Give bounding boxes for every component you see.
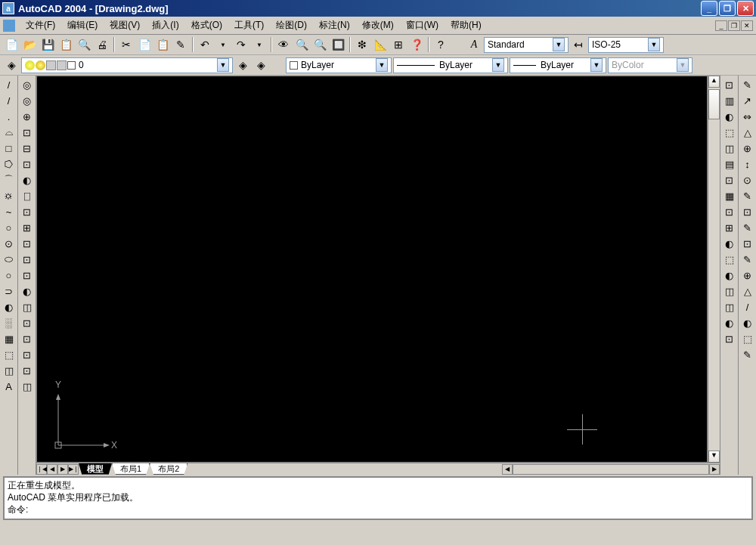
draw2-10-icon[interactable]: ⊡: [20, 236, 35, 251]
dropdown-arrow-icon[interactable]: ▼: [590, 58, 603, 72]
modify-11-icon[interactable]: ✎: [740, 252, 755, 267]
minimize-button[interactable]: _: [701, 1, 717, 16]
draw-1-icon[interactable]: /: [2, 93, 17, 108]
dim-3-icon[interactable]: ⬚: [722, 125, 737, 140]
scroll-up-icon[interactable]: ▲: [708, 76, 720, 88]
draw2-7-icon[interactable]: ⎕: [20, 188, 35, 203]
mdi-restore-button[interactable]: ❐: [728, 20, 740, 31]
draw2-3-icon[interactable]: ⊡: [20, 125, 35, 140]
draw-19-icon[interactable]: A: [2, 379, 17, 394]
preview-icon[interactable]: 🔍: [76, 36, 92, 53]
dim-1-icon[interactable]: ▥: [722, 93, 737, 108]
draw2-12-icon[interactable]: ⊡: [20, 268, 35, 283]
draw-18-icon[interactable]: ◫: [2, 363, 17, 378]
modify-13-icon[interactable]: △: [740, 283, 755, 299]
modify-3-icon[interactable]: △: [740, 125, 755, 140]
open-icon[interactable]: 📂: [21, 36, 38, 53]
draw-13-icon[interactable]: ⊃: [2, 283, 17, 299]
drawing-canvas[interactable]: X Y: [36, 76, 708, 463]
dim-6-icon[interactable]: ⊡: [722, 172, 737, 187]
menu-dim[interactable]: 标注(N): [313, 17, 356, 33]
layer-states-icon[interactable]: ◈: [253, 57, 269, 73]
dropdown-arrow-icon[interactable]: ▼: [376, 58, 388, 72]
new-icon[interactable]: 📄: [3, 36, 20, 53]
layer-dropdown[interactable]: 0 ▼: [21, 57, 233, 73]
draw-4-icon[interactable]: □: [2, 141, 17, 156]
paste-icon[interactable]: 📋: [154, 36, 171, 53]
draw-11-icon[interactable]: ⬭: [2, 252, 17, 267]
scroll-down-icon[interactable]: ▼: [708, 451, 720, 463]
menu-help[interactable]: 帮助(H): [445, 17, 488, 33]
tab-layout1[interactable]: 布局1: [112, 463, 150, 475]
dim-9-icon[interactable]: ⊞: [722, 220, 737, 235]
dim-12-icon[interactable]: ◐: [722, 268, 737, 283]
dim-5-icon[interactable]: ▤: [722, 156, 737, 172]
tab-last-button[interactable]: ▶❘: [68, 464, 79, 475]
dim-14-icon[interactable]: ◫: [722, 299, 737, 314]
props-icon[interactable]: ❇: [354, 36, 370, 53]
draw2-4-icon[interactable]: ⊟: [20, 141, 35, 156]
match-icon[interactable]: ✎: [172, 36, 189, 53]
dim-2-icon[interactable]: ◐: [722, 109, 737, 124]
draw-9-icon[interactable]: ○: [2, 220, 17, 235]
zoom-prev-icon[interactable]: 🔲: [330, 36, 346, 53]
linetype-dropdown[interactable]: ByLayer ▼: [393, 57, 508, 73]
dropdown-arrow-icon[interactable]: ▼: [217, 58, 229, 72]
modify-12-icon[interactable]: ⊕: [740, 268, 755, 283]
textstyle-dropdown[interactable]: Standard ▼: [484, 37, 569, 53]
dim-10-icon[interactable]: ◐: [722, 236, 737, 251]
dropdown-arrow-icon[interactable]: ▼: [648, 38, 660, 51]
undo-icon[interactable]: ↶: [197, 36, 213, 53]
mdi-close-button[interactable]: ✕: [741, 20, 753, 31]
modify-16-icon[interactable]: ⬚: [740, 331, 755, 346]
draw2-19-icon[interactable]: ◫: [20, 379, 35, 394]
dim-15-icon[interactable]: ◐: [722, 315, 737, 330]
draw2-17-icon[interactable]: ⊡: [20, 347, 35, 362]
draw2-11-icon[interactable]: ⊡: [20, 252, 35, 267]
scroll-thumb[interactable]: [708, 89, 720, 119]
modify-17-icon[interactable]: ✎: [740, 347, 755, 362]
modify-10-icon[interactable]: ⊡: [740, 236, 755, 251]
draw-6-icon[interactable]: ⌒: [2, 172, 17, 187]
draw-0-icon[interactable]: /: [2, 77, 17, 92]
draw-16-icon[interactable]: ▦: [2, 331, 17, 346]
draw-2-icon[interactable]: .: [2, 109, 17, 124]
tab-model[interactable]: 模型: [79, 463, 112, 475]
modify-7-icon[interactable]: ✎: [740, 188, 755, 203]
menu-insert[interactable]: 插入(I): [146, 17, 184, 33]
dimstyle-dropdown[interactable]: ISO-25 ▼: [588, 37, 664, 53]
close-button[interactable]: ✕: [737, 1, 754, 16]
draw-5-icon[interactable]: ⭔: [2, 156, 17, 172]
dropdown-arrow-icon[interactable]: ▼: [492, 58, 504, 72]
draw-17-icon[interactable]: ⬚: [2, 347, 17, 362]
plot-icon[interactable]: 📋: [57, 36, 74, 53]
draw-8-icon[interactable]: ~: [2, 204, 17, 219]
mdi-minimize-button[interactable]: _: [715, 20, 727, 31]
draw2-16-icon[interactable]: ⊡: [20, 331, 35, 346]
draw-15-icon[interactable]: ░: [2, 315, 17, 330]
modify-9-icon[interactable]: ✎: [740, 220, 755, 235]
draw2-1-icon[interactable]: ◎: [20, 93, 35, 108]
horizontal-scrollbar[interactable]: ◀ ▶: [187, 464, 720, 475]
draw2-5-icon[interactable]: ⊡: [20, 156, 35, 172]
draw-14-icon[interactable]: ◐: [2, 299, 17, 314]
tab-prev-button[interactable]: ◀: [47, 464, 57, 475]
draw2-8-icon[interactable]: ⊡: [20, 204, 35, 219]
modify-0-icon[interactable]: ✎: [740, 77, 755, 92]
modify-4-icon[interactable]: ⊕: [740, 141, 755, 156]
draw2-6-icon[interactable]: ◐: [20, 172, 35, 187]
dim-11-icon[interactable]: ⬚: [722, 252, 737, 267]
scroll-left-icon[interactable]: ◀: [502, 464, 513, 475]
draw-3-icon[interactable]: ⌓: [2, 125, 17, 140]
copy-icon[interactable]: 📄: [136, 36, 153, 53]
publish-icon[interactable]: 🖨: [94, 36, 110, 53]
menu-tools[interactable]: 工具(T): [228, 17, 270, 33]
dim-16-icon[interactable]: ⊡: [722, 331, 737, 346]
dc-icon[interactable]: 📐: [372, 36, 389, 53]
menu-window[interactable]: 窗口(W): [400, 17, 445, 33]
draw2-0-icon[interactable]: ◎: [20, 77, 35, 92]
menu-format[interactable]: 格式(O): [185, 17, 228, 33]
dim-13-icon[interactable]: ◫: [722, 283, 737, 299]
draw-7-icon[interactable]: ⛭: [2, 188, 17, 203]
dim-8-icon[interactable]: ⊡: [722, 204, 737, 219]
